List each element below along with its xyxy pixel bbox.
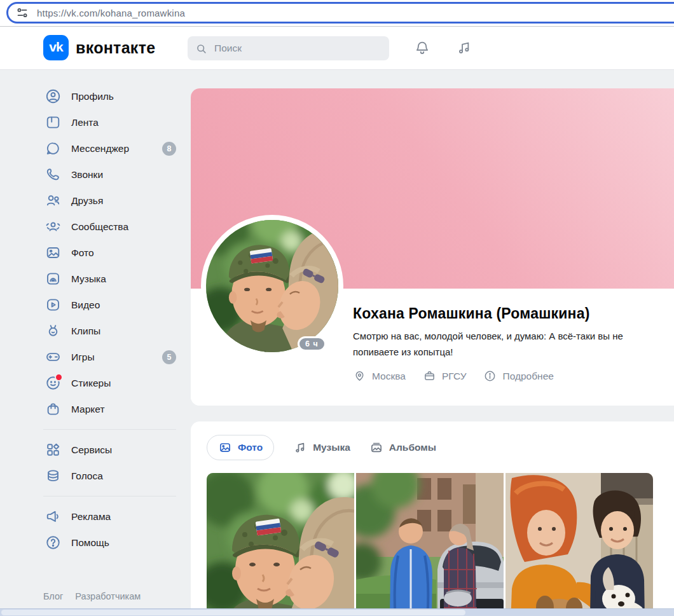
calls-icon <box>45 166 62 183</box>
sidebar-item-feed[interactable]: Лента <box>0 109 184 135</box>
games-count-badge: 5 <box>162 350 176 364</box>
tab-label: Музыка <box>313 442 350 453</box>
url-text[interactable]: https://vk.com/kohana_romawkina <box>37 8 185 18</box>
photo-thumbnail-3[interactable] <box>506 473 653 616</box>
detail-more[interactable]: Подробнее <box>483 369 553 383</box>
sidebar-item-label: Клипы <box>71 325 100 337</box>
vk-logo[interactable]: vk вконтакте <box>43 35 155 60</box>
sidebar-item-help[interactable]: Помощь <box>0 530 184 556</box>
detail-city[interactable]: Москва <box>353 369 406 383</box>
sidebar-item-video[interactable]: Видео <box>0 292 184 318</box>
stickers-notification-dot <box>55 373 63 381</box>
sidebar-item-profile[interactable]: Профиль <box>0 83 184 109</box>
detail-education[interactable]: РГСУ <box>423 369 467 383</box>
vk-wordmark: вконтакте <box>76 39 155 57</box>
content-tabs: Фото Музыка <box>207 435 674 460</box>
status-line-2: попиваете из копытца! <box>353 344 674 360</box>
communities-icon <box>45 218 62 235</box>
sidebar-item-services[interactable]: Сервисы <box>0 437 184 463</box>
horizontal-scrollbar-thumb[interactable] <box>1 610 465 615</box>
sidebar-item-label: Профиль <box>71 91 114 102</box>
sidebar-item-label: Стикеры <box>71 378 111 389</box>
main-content: 6 ч Кохана Ромашкина (Ромашкина) Смотрю … <box>191 70 674 616</box>
left-sidebar: Профиль Лента Мессенджер 8 <box>0 70 184 556</box>
sidebar-item-ads[interactable]: Реклама <box>0 503 184 530</box>
footer-link-developers[interactable]: Разработчикам <box>75 591 141 601</box>
tab-label: Альбомы <box>389 442 436 453</box>
app-body: Профиль Лента Мессенджер 8 <box>0 70 674 616</box>
horizontal-scrollbar[interactable] <box>0 608 674 616</box>
sidebar-item-calls[interactable]: Звонки <box>0 161 184 188</box>
tab-music[interactable]: Музыка <box>293 441 350 455</box>
feed-icon <box>45 114 62 131</box>
sidebar-item-label: Музыка <box>71 273 106 285</box>
tab-albums[interactable]: Альбомы <box>369 441 436 455</box>
search-input[interactable] <box>213 42 375 55</box>
sidebar-item-label: Маркет <box>71 404 105 415</box>
sidebar-item-friends[interactable]: Друзья <box>0 188 184 214</box>
status-text: Смотрю на вас, молодой человек, и думаю:… <box>353 328 674 360</box>
unread-count-badge: 8 <box>162 142 176 156</box>
location-pin-icon <box>353 369 366 383</box>
games-icon <box>45 348 62 366</box>
sidebar-item-label: Сообщества <box>71 221 128 233</box>
sidebar-item-market[interactable]: Маркет <box>0 396 184 422</box>
sidebar-item-label: Игры <box>71 352 95 363</box>
tune-icon[interactable] <box>15 6 29 20</box>
sidebar-item-label: Сервисы <box>71 444 112 456</box>
vk-top-header: vk вконтакте <box>0 27 674 70</box>
browser-toolbar: https://vk.com/kohana_romawkina <box>0 0 674 27</box>
sidebar-item-votes[interactable]: Голоса <box>0 463 184 489</box>
avatar[interactable] <box>201 215 343 357</box>
address-bar[interactable]: https://vk.com/kohana_romawkina <box>6 2 674 24</box>
global-search[interactable] <box>188 36 389 60</box>
video-icon <box>45 296 62 313</box>
sidebar-item-label: Лента <box>71 117 99 128</box>
sidebar-item-label: Мессенджер <box>71 143 129 154</box>
profile-card: 6 ч Кохана Ромашкина (Ромашкина) Смотрю … <box>191 88 674 406</box>
page-title: Кохана Ромашкина (Ромашкина) <box>353 305 674 322</box>
tab-photos[interactable]: Фото <box>207 435 274 460</box>
market-icon <box>45 400 62 418</box>
sidebar-item-messenger[interactable]: Мессенджер 8 <box>0 135 184 161</box>
profile-info: 6 ч Кохана Ромашкина (Ромашкина) Смотрю … <box>191 289 674 406</box>
tab-label: Фото <box>238 442 263 453</box>
status-line-1: Смотрю на вас, молодой человек, и думаю:… <box>353 328 674 344</box>
vk-logo-icon: vk <box>43 35 69 60</box>
sidebar-item-label: Видео <box>71 299 100 311</box>
sidebar-item-clips[interactable]: Клипы <box>0 318 184 344</box>
photo-icon <box>45 244 62 261</box>
sidebar-item-label: Друзья <box>71 195 103 207</box>
coins-icon <box>45 467 62 484</box>
sidebar-item-stickers[interactable]: Стикеры <box>0 370 184 396</box>
profile-icon <box>45 88 62 105</box>
albums-icon <box>369 441 383 455</box>
sidebar-item-games[interactable]: Игры 5 <box>0 344 184 370</box>
sidebar-item-music[interactable]: Музыка <box>0 266 184 292</box>
services-icon <box>45 441 62 458</box>
photo-thumbnail-2[interactable] <box>356 473 504 616</box>
last-seen-badge: 6 ч <box>298 336 326 352</box>
sidebar-footer: Блог Разработчикам <box>43 591 141 601</box>
photo-grid <box>207 473 674 616</box>
messenger-icon <box>45 140 62 157</box>
info-icon <box>483 369 497 383</box>
photo-icon <box>218 441 232 455</box>
notifications-bell-icon[interactable] <box>414 39 430 58</box>
sidebar-divider <box>43 429 176 430</box>
sidebar-divider <box>43 496 176 496</box>
search-icon <box>195 43 207 55</box>
music-note-icon[interactable] <box>456 39 472 58</box>
footer-link-blog[interactable]: Блог <box>43 591 63 601</box>
sidebar-item-label: Голоса <box>71 470 103 482</box>
sidebar-item-label: Фото <box>71 247 94 259</box>
friends-icon <box>45 192 62 209</box>
stickers-icon <box>45 374 62 392</box>
detail-label: РГСУ <box>442 371 467 382</box>
profile-details: Москва РГСУ <box>353 369 674 383</box>
photo-thumbnail-1[interactable] <box>207 473 354 616</box>
photos-card: Фото Музыка <box>191 421 674 616</box>
sidebar-item-photos[interactable]: Фото <box>0 240 184 266</box>
sidebar-item-label: Помощь <box>71 537 109 549</box>
sidebar-item-communities[interactable]: Сообщества <box>0 214 184 240</box>
